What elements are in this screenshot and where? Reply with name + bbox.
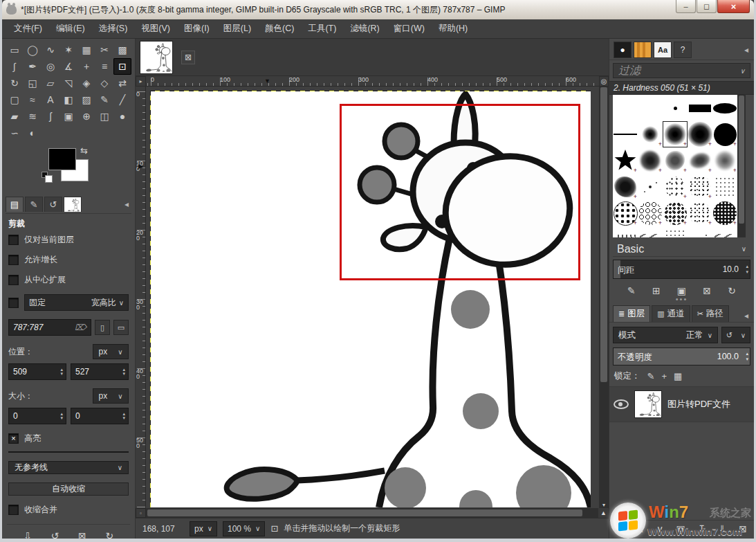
- tool-select-by-color-icon[interactable]: ▦: [77, 42, 95, 58]
- highlight-opacity-slider[interactable]: 高亮不透明度 50.0 ▴▾: [8, 451, 129, 453]
- tab-brushes[interactable]: ●: [614, 42, 631, 58]
- fixed-checkbox[interactable]: [8, 298, 19, 308]
- lock-position-icon[interactable]: +: [661, 371, 667, 381]
- brush-cell[interactable]: [613, 200, 638, 226]
- tool-bucket-fill-icon[interactable]: ◧: [59, 91, 77, 108]
- dock-collapse-icon[interactable]: ◂: [741, 309, 751, 322]
- brush-cell[interactable]: [663, 226, 688, 237]
- spinner-arrows-icon[interactable]: ▴▾: [746, 351, 748, 362]
- tool-3d-transform-icon[interactable]: ◇: [95, 75, 113, 91]
- horizontal-ruler[interactable]: 0100200300400500600▼: [146, 76, 599, 87]
- shrink-merged-checkbox[interactable]: [8, 505, 19, 515]
- new-layer-icon[interactable]: ⊞: [616, 523, 625, 534]
- brush-cell[interactable]: [613, 121, 638, 147]
- brush-cell[interactable]: [638, 174, 663, 200]
- tool-paintbrush-icon[interactable]: ╱: [113, 91, 131, 108]
- brush-cell[interactable]: [638, 121, 663, 147]
- close-image-tab-icon[interactable]: ⊠: [181, 51, 195, 64]
- quick-mask-toggle-icon[interactable]: ▫: [136, 508, 146, 518]
- tab-device-status[interactable]: ✎: [25, 197, 43, 212]
- close-button[interactable]: ×: [717, 0, 750, 13]
- tool-rotate-icon[interactable]: ↻: [6, 75, 24, 91]
- canvas[interactable]: [151, 91, 591, 507]
- brush-cell[interactable]: [613, 174, 638, 200]
- brush-spacing-slider[interactable]: 间距 10.0 ▴▾: [613, 260, 750, 279]
- brush-cell[interactable]: [663, 174, 688, 200]
- tab-help[interactable]: ?: [674, 42, 692, 58]
- dock-collapse-icon[interactable]: ◂: [122, 198, 131, 210]
- layer-opacity-slider[interactable]: 不透明度 100.0 ▴▾: [613, 347, 750, 365]
- refresh-brushes-icon[interactable]: ↻: [728, 285, 736, 296]
- merge-layer-icon[interactable]: ⇓: [718, 523, 726, 534]
- horizontal-scrollbar-thumb[interactable]: [147, 509, 582, 516]
- brush-group-dropdown[interactable]: Basic ∨: [613, 242, 750, 257]
- position-x-input[interactable]: 509 ▴▾: [8, 363, 66, 380]
- zoom-dropdown[interactable]: 100 %∨: [223, 521, 265, 536]
- anchor-layer-icon[interactable]: ↧: [698, 523, 706, 534]
- brush-cell[interactable]: [712, 226, 737, 237]
- tab-paths[interactable]: ✂ 路径: [692, 305, 729, 322]
- tab-layers[interactable]: ≣ 图层: [613, 305, 650, 322]
- layer-row[interactable]: 图片转PDF文件: [609, 386, 754, 422]
- scroll-down-icon[interactable]: ▾: [599, 502, 609, 508]
- brush-cell[interactable]: [712, 200, 737, 226]
- dock-collapse-icon[interactable]: ◂: [741, 44, 751, 56]
- portrait-orientation-button[interactable]: ▯: [95, 320, 110, 335]
- edit-brush-icon[interactable]: ✎: [627, 285, 636, 296]
- brush-cell[interactable]: [712, 147, 737, 174]
- menu-image[interactable]: 图像(I): [178, 20, 216, 37]
- position-y-input[interactable]: 527 ▴▾: [71, 363, 129, 380]
- delete-tool-preset-icon[interactable]: ⊠: [78, 530, 86, 541]
- tool-free-select-icon[interactable]: ∿: [42, 42, 59, 58]
- brush-cell[interactable]: [638, 200, 663, 226]
- brush-cell-hardness-050[interactable]: [663, 121, 688, 147]
- tool-pencil-icon[interactable]: ✎: [95, 91, 113, 108]
- tool-perspective-clone-icon[interactable]: ◫: [95, 108, 113, 125]
- tool-paths-icon[interactable]: ∫: [6, 58, 24, 75]
- menu-edit[interactable]: 编辑(E): [50, 20, 91, 37]
- foreground-color-swatch[interactable]: [48, 148, 76, 170]
- tool-measure-icon[interactable]: ∡: [59, 58, 77, 75]
- menu-filters[interactable]: 滤镜(R): [344, 20, 385, 37]
- tool-zoom-icon[interactable]: ◎: [42, 58, 59, 75]
- tab-channels[interactable]: ▥ 通道: [652, 305, 690, 322]
- brush-filter-input[interactable]: 过滤 ∨: [613, 63, 750, 78]
- vertical-ruler[interactable]: 0100200300400500▶: [136, 87, 146, 508]
- tool-foreground-select-icon[interactable]: ▩: [113, 42, 131, 58]
- spinner-arrows-icon[interactable]: ▴▾: [122, 412, 125, 420]
- dock-resize-handle[interactable]: •••: [609, 297, 754, 301]
- ruler-corner-menu-icon[interactable]: ▸: [136, 76, 146, 87]
- brush-cell[interactable]: [663, 95, 688, 121]
- tool-dodge-burn-icon[interactable]: ◐: [24, 125, 42, 141]
- brush-cell[interactable]: [613, 95, 638, 121]
- spinner-arrows-icon[interactable]: ▴▾: [122, 368, 125, 376]
- tool-flip-icon[interactable]: ⇄: [113, 75, 131, 91]
- raise-layer-icon[interactable]: ∧: [637, 523, 644, 534]
- menu-help[interactable]: 帮助(H): [432, 20, 474, 37]
- size-unit-dropdown[interactable]: px∨: [93, 388, 129, 404]
- tab-pointer[interactable]: [64, 197, 82, 212]
- tool-handle-transform-icon[interactable]: ◈: [77, 75, 95, 91]
- spinner-arrows-icon[interactable]: ▴▾: [60, 412, 63, 420]
- tool-crop-icon[interactable]: ⊡: [113, 58, 131, 75]
- duplicate-layer-icon[interactable]: ▣: [676, 523, 685, 534]
- tab-undo-history[interactable]: ↺: [44, 197, 62, 212]
- brush-cell[interactable]: [613, 226, 638, 237]
- menu-view[interactable]: 视图(V): [135, 20, 176, 37]
- brush-cell[interactable]: [712, 121, 737, 147]
- brush-cell[interactable]: [688, 174, 712, 200]
- brush-cell[interactable]: [688, 200, 712, 226]
- menu-layer[interactable]: 图层(L): [217, 20, 257, 37]
- tool-blur-sharpen-icon[interactable]: ●: [113, 108, 131, 125]
- clear-input-icon[interactable]: ⌦: [75, 323, 86, 332]
- menu-select[interactable]: 选择(S): [93, 20, 134, 37]
- tool-eraser-icon[interactable]: ▰: [6, 108, 24, 125]
- restore-tool-preset-icon[interactable]: ↺: [50, 530, 59, 541]
- tool-ink-icon[interactable]: ʃ: [42, 108, 59, 125]
- title-bar[interactable]: *[图片转PDF文件] (已导入)-1.0 (灰度 8-bit gamma in…: [2, 0, 754, 19]
- zoom-follow-window-icon[interactable]: ◎: [599, 76, 609, 87]
- menu-colors[interactable]: 颜色(C): [259, 20, 300, 37]
- brush-cell[interactable]: [638, 95, 663, 121]
- tool-scissors-select-icon[interactable]: ✂: [95, 42, 113, 58]
- tool-warp-transform-icon[interactable]: ≈: [24, 91, 42, 108]
